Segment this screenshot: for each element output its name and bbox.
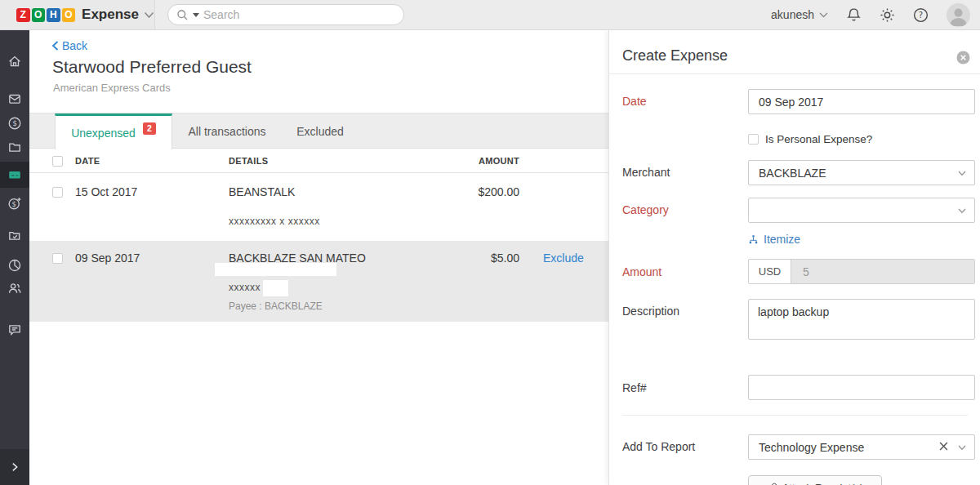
topbar-actions: akunesh ? (771, 0, 980, 29)
ref-input[interactable] (748, 375, 975, 400)
feedback-icon (7, 323, 22, 337)
card-icon (7, 167, 22, 182)
transaction-date: 09 Sep 2017 (75, 251, 140, 265)
transactions-tabbar: Unexpensed 2 All transactions Excluded (29, 113, 608, 149)
attach-receipts-button[interactable]: Attach Receipt(s) (748, 475, 882, 485)
back-chevron-icon (51, 41, 59, 51)
search-icon (176, 9, 189, 21)
reports-icon (7, 228, 22, 242)
sidebar-item-feedback[interactable] (0, 318, 29, 342)
sidebar-item-users[interactable] (0, 276, 29, 300)
currency-select[interactable]: USD (749, 260, 791, 283)
tab-excluded[interactable]: Excluded (294, 113, 346, 149)
personal-expense-checkbox[interactable] (748, 134, 759, 145)
sidebar-item-inbox[interactable] (0, 87, 29, 111)
table-row[interactable]: 15 Oct 2017 BEANSTALK xxxxxxxxx x xxxxxx… (29, 174, 608, 241)
date-input[interactable]: 09 Sep 2017 (748, 89, 975, 114)
svg-text:$: $ (12, 200, 16, 208)
amount-input[interactable]: 5 (791, 260, 974, 283)
itemize-link[interactable]: Itemize (748, 233, 800, 246)
gear-icon (880, 7, 895, 23)
table-header: DATE DETAILS AMOUNT (29, 149, 608, 173)
chevron-down-icon (958, 445, 966, 451)
transaction-amount: $5.00 (421, 251, 519, 265)
merchant-select[interactable]: BACKBLAZE (748, 160, 975, 185)
back-button[interactable]: Back (51, 39, 87, 52)
masked-card-number: xxxxxx (229, 282, 261, 293)
amount-control: USD 5 (748, 259, 975, 284)
zoho-expense-logo[interactable]: Z O H O Expense (0, 0, 155, 29)
sidebar-item-home[interactable] (0, 49, 29, 73)
settings-button[interactable] (880, 7, 895, 23)
tab-all-transactions[interactable]: All transactions (188, 113, 266, 149)
expand-icon (9, 461, 20, 473)
search-input[interactable] (203, 8, 395, 21)
column-header-amount: AMOUNT (421, 156, 519, 166)
notifications-button[interactable] (846, 7, 862, 23)
close-panel-button[interactable] (956, 51, 970, 65)
sidebar-item-advances[interactable]: $ (0, 191, 29, 216)
panel-title: Create Expense (622, 47, 728, 65)
chevron-down-icon (958, 171, 966, 176)
description-label: Description (622, 305, 679, 318)
help-icon: ? (913, 7, 929, 23)
logo-tile: Z (16, 8, 30, 22)
close-circle-icon (956, 51, 970, 65)
date-label: Date (622, 95, 647, 108)
svg-text:?: ? (919, 11, 923, 20)
tab-unexpensed[interactable]: Unexpensed 2 (55, 113, 172, 149)
logo-tile: H (47, 8, 60, 22)
select-all-checkbox[interactable] (52, 156, 63, 167)
users-icon (7, 281, 22, 296)
chevron-down-icon (144, 11, 154, 19)
sidebar-item-money[interactable]: $ (0, 111, 29, 136)
is-personal-expense-toggle[interactable]: Is Personal Expense? (748, 133, 872, 145)
add-to-report-label: Add To Report (622, 440, 695, 453)
divider (622, 415, 968, 416)
sidebar-item-analytics[interactable] (0, 253, 29, 278)
sidebar-expand-button[interactable] (0, 449, 29, 485)
attach-icon (767, 483, 777, 485)
redaction-box (215, 263, 336, 276)
card-subtitle: American Express Cards (53, 82, 171, 94)
sidebar: $ $ (0, 30, 29, 485)
topbar: Z O H O Expense akunesh (0, 0, 980, 30)
tab-excluded-label: Excluded (296, 125, 344, 138)
add-to-report-select[interactable]: Technology Expense (748, 434, 975, 460)
column-header-details: DETAILS (229, 156, 268, 166)
money-icon: $ (7, 116, 22, 131)
merchant-value: BACKBLAZE (759, 167, 826, 180)
sidebar-item-reports[interactable] (0, 223, 29, 247)
ref-label: Ref# (622, 381, 647, 394)
search-scope-caret-icon[interactable] (193, 13, 199, 17)
date-value: 09 Sep 2017 (759, 96, 823, 109)
avatar[interactable] (947, 3, 970, 27)
transaction-details: BEANSTALK (229, 185, 295, 198)
advance-icon: $ (7, 196, 22, 211)
itemize-icon (748, 234, 759, 245)
payee-text: Payee : BACKBLAZE (229, 300, 323, 312)
transaction-amount: $200.00 (421, 185, 519, 198)
row-checkbox[interactable] (52, 187, 63, 198)
transaction-date: 15 Oct 2017 (75, 185, 137, 198)
sidebar-item-folders[interactable] (0, 135, 29, 159)
exclude-link[interactable]: Exclude (543, 251, 584, 265)
merchant-label: Merchant (622, 166, 670, 179)
category-select[interactable] (748, 198, 975, 223)
description-input[interactable]: laptop backup (748, 299, 975, 340)
redaction-box (263, 280, 288, 296)
amount-label: Amount (622, 265, 662, 278)
attach-label: Attach Receipt(s) (782, 482, 864, 485)
global-search[interactable] (167, 4, 404, 25)
back-label: Back (62, 39, 87, 52)
clear-report-icon[interactable] (939, 442, 948, 451)
help-button[interactable]: ? (913, 7, 929, 23)
personal-expense-label: Is Personal Expense? (765, 133, 872, 145)
row-checkbox[interactable] (52, 253, 63, 264)
sidebar-item-cards[interactable] (0, 162, 29, 188)
home-icon (7, 54, 22, 69)
unexpensed-count-badge: 2 (143, 122, 156, 135)
table-row-selected[interactable]: 09 Sep 2017 BACKBLAZE SAN MATEO xxxxxx P… (29, 241, 608, 322)
user-menu[interactable]: akunesh (771, 8, 828, 21)
divider (609, 73, 980, 74)
